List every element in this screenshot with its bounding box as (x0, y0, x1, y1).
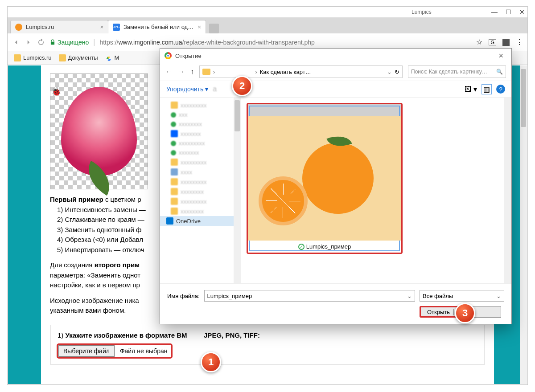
thumbnail-caption: ✓ Lumpics_пример (248, 241, 401, 253)
extension-icon[interactable] (502, 39, 510, 46)
lock-icon (49, 39, 56, 45)
dialog-close-icon[interactable]: × (495, 51, 507, 61)
favicon-icon: JPG (113, 24, 120, 31)
close-icon[interactable]: ✕ (519, 8, 525, 16)
tab-close-icon[interactable]: × (198, 24, 201, 30)
choose-file-button[interactable]: Выберите файл (58, 345, 115, 357)
minimize-icon[interactable]: — (491, 8, 498, 16)
folder-icon (202, 69, 210, 75)
address-bar[interactable]: https://www.imgonline.com.ua/replace-whi… (99, 39, 472, 46)
chevron-down-icon[interactable]: ⌄ (407, 293, 412, 299)
browser-tab[interactable]: Lumpics.ru × (10, 20, 108, 33)
tab-label: Lumpics.ru (26, 24, 54, 30)
chevron-down-icon[interactable]: ⌄ (387, 69, 392, 75)
tab-close-icon[interactable]: × (100, 24, 103, 30)
search-icon: 🔍 (496, 69, 503, 75)
file-input-group: Выберите файл Файл не выбран (58, 344, 172, 358)
file-open-dialog: Открытие × ← → ↑ › XXXXXXXXX › Как сдела… (160, 48, 512, 324)
form-step-label: 1) Укажите изображение в формате BM JPEG… (58, 331, 477, 339)
bookmark-item[interactable]: Документы (59, 54, 98, 61)
dialog-body: xxxxxxxxx xxx xxxxxxxx xxxxxxx xxxxxxxxx… (160, 98, 511, 283)
onedrive-icon (166, 217, 173, 225)
content-scrollbar[interactable] (504, 98, 511, 283)
nav-up-icon[interactable]: ↑ (190, 68, 194, 76)
browser-tab-active[interactable]: JPG Заменить белый или од… × (108, 20, 206, 33)
preview-pane-icon[interactable]: ▥ (482, 84, 492, 94)
dialog-titlebar: Открытие × (160, 49, 511, 63)
tree-scrollbar[interactable] (234, 98, 241, 283)
dialog-title: Открытие (175, 53, 202, 59)
view-icon[interactable]: 🖼 ▾ (465, 85, 477, 94)
file-list[interactable]: ✓ Lumpics_пример (241, 98, 511, 283)
filename-input[interactable]: Lumpics_пример ⌄ (204, 290, 415, 302)
star-icon[interactable]: ☆ (476, 38, 482, 46)
folder-icon (59, 54, 66, 61)
window-title: Lumpics (412, 9, 432, 15)
dialog-toolbar: Упорядочить ▾ а 🖼 ▾ ▥ ? (160, 81, 511, 98)
search-placeholder: Поиск: Как сделать картинку… (411, 69, 487, 75)
example-image (50, 74, 148, 189)
reload-icon[interactable] (37, 38, 45, 46)
chevron-down-icon[interactable]: ⌄ (496, 293, 501, 299)
window-controls: — ☐ ✕ (491, 8, 525, 16)
organize-dropdown[interactable]: Упорядочить ▾ (166, 86, 208, 93)
thumbnail-image (248, 116, 401, 241)
chevron-down-icon: ▾ (205, 86, 208, 93)
back-icon[interactable] (12, 38, 20, 46)
refresh-icon[interactable]: ↻ (395, 69, 399, 75)
breadcrumb-path[interactable]: › XXXXXXXXX › Как сделать карт… ⌄ ↻ (199, 65, 403, 78)
callout-badge-3: 3 (455, 303, 475, 323)
help-icon[interactable]: ? (496, 85, 505, 94)
chrome-icon (165, 52, 172, 59)
tree-item-onedrive[interactable]: OneDrive (160, 216, 241, 226)
folder-icon (14, 54, 21, 61)
dialog-nav-row: ← → ↑ › XXXXXXXXX › Как сделать карт… ⌄ … (160, 63, 511, 81)
translate-icon[interactable]: G (489, 39, 496, 45)
window-titlebar: Lumpics — ☐ ✕ (8, 7, 527, 17)
filename-label: Имя файла: (167, 293, 200, 299)
maximize-icon[interactable]: ☐ (506, 8, 511, 16)
chevron-right-icon: › (213, 69, 215, 75)
file-type-filter[interactable]: Все файлы ⌄ (420, 290, 504, 302)
callout-badge-2: 2 (232, 76, 252, 96)
file-thumbnail-selected[interactable]: ✓ Lumpics_пример (247, 103, 403, 254)
nav-back-icon[interactable]: ← (165, 68, 173, 76)
page-scrollbar[interactable] (520, 65, 527, 384)
callout-badge-1: 1 (201, 352, 221, 372)
address-actions: ☆ G ⋮ (476, 38, 523, 46)
gdrive-icon (105, 54, 112, 61)
bookmark-item[interactable]: Lumpics.ru (14, 54, 52, 61)
menu-icon[interactable]: ⋮ (516, 38, 523, 46)
browser-tabs: Lumpics.ru × JPG Заменить белый или од… … (8, 17, 527, 33)
secure-indicator[interactable]: Защищено (49, 39, 89, 46)
bookmark-item[interactable]: M (105, 54, 119, 61)
secure-label: Защищено (58, 39, 89, 46)
dialog-search-input[interactable]: Поиск: Как сделать картинку… 🔍 (408, 65, 506, 78)
sync-check-icon: ✓ (298, 244, 305, 250)
decorative-icon: 🐞 (51, 87, 61, 97)
folder-tree[interactable]: xxxxxxxxx xxx xxxxxxxx xxxxxxx xxxxxxxxx… (160, 98, 241, 283)
chevron-right-icon: › (255, 69, 257, 75)
new-tab-button[interactable] (209, 24, 219, 33)
forward-icon[interactable] (25, 38, 33, 46)
nav-forward-icon[interactable]: → (178, 68, 185, 76)
tab-label: Заменить белый или од… (123, 24, 193, 30)
favicon-icon (15, 24, 22, 31)
upload-form: 1) Укажите изображение в формате BM JPEG… (50, 325, 485, 364)
file-status-label: Файл не выбран (116, 346, 171, 356)
